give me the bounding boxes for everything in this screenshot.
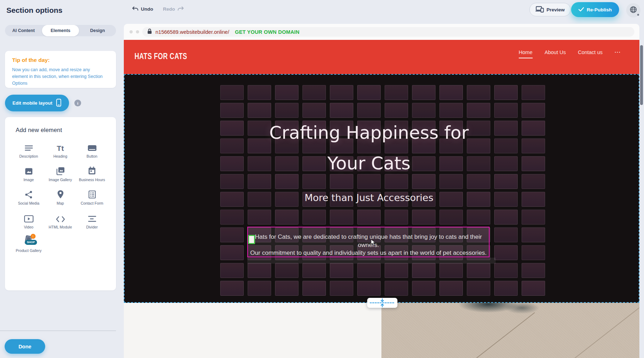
section-resize-handle[interactable] (367, 298, 397, 308)
done-button[interactable]: Done (5, 339, 45, 354)
add-element-image[interactable]: Image (13, 165, 44, 182)
add-element-contact-form[interactable]: Contact Form (76, 188, 108, 206)
add-element-html-module[interactable]: HTML Module (44, 212, 76, 230)
hero-tile (522, 281, 545, 296)
element-label: Button (86, 154, 97, 159)
hero-tile (302, 85, 326, 100)
hero-tile (220, 263, 244, 278)
tab-design[interactable]: Design (79, 25, 116, 36)
hero-tile (412, 103, 436, 118)
mouse-cursor-icon (371, 239, 376, 247)
hero-tile (522, 263, 545, 278)
browser-chrome-bar: n1566589.websitebuilder.online/ GET YOUR… (124, 24, 639, 40)
hero-heading-line2[interactable]: Your Cats (125, 153, 613, 174)
hero-tile (412, 263, 436, 278)
language-globe-button[interactable] (626, 3, 640, 17)
element-label: Contact Form (81, 201, 104, 206)
hero-tile (494, 245, 518, 260)
sidebar-tabs: AI Content Elements Design (5, 25, 116, 36)
hero-tile (248, 174, 271, 189)
element-grid: Description Tt Heading Button Ima (13, 141, 116, 253)
preview-button[interactable]: Preview (529, 3, 571, 16)
add-element-video[interactable]: Video (13, 212, 44, 230)
hero-heading-line1[interactable]: Crafting Happiness for (125, 122, 613, 143)
share-icon (25, 188, 33, 199)
site-header: HATS FOR CATS Home About Us Contact us ·… (124, 40, 639, 74)
hero-tile (275, 210, 299, 225)
hero-tile (522, 210, 545, 225)
page-scrollbar[interactable] (640, 45, 643, 105)
add-element-button[interactable]: Button (76, 141, 108, 159)
element-label: Divider (86, 225, 98, 230)
hero-tile (275, 281, 299, 296)
code-icon (56, 212, 65, 223)
nav-more-dots-icon[interactable]: ··· (615, 49, 621, 58)
add-element-business-hours[interactable]: Business Hours (76, 165, 108, 182)
tab-elements[interactable]: Elements (42, 25, 79, 36)
site-logo[interactable]: HATS FOR CATS (134, 52, 187, 61)
hero-tile (439, 85, 463, 100)
element-drag-handle[interactable] (248, 235, 255, 244)
section-options-sidebar: Section options AI Content Elements Desi… (0, 0, 121, 358)
hero-tile (248, 85, 271, 100)
hero-tile (275, 174, 299, 189)
hero-tile (330, 103, 353, 118)
contact-form-icon (88, 188, 96, 199)
hero-tile (494, 210, 518, 225)
hero-tile (439, 281, 463, 296)
hero-tile (357, 85, 381, 100)
undo-button[interactable]: Undo (132, 6, 153, 12)
hero-tile (220, 103, 244, 118)
hero-tile (385, 263, 408, 278)
floor-grout-line (476, 312, 535, 358)
hero-tile (248, 281, 271, 296)
info-icon[interactable]: i (74, 100, 81, 106)
get-domain-link[interactable]: GET YOUR OWN DOMAIN (235, 29, 300, 35)
hero-tile (494, 174, 518, 189)
address-bar[interactable]: n1566589.websitebuilder.online/ GET YOUR… (142, 27, 634, 37)
tip-body: Now you can add, move and resize any ele… (12, 67, 105, 86)
add-element-divider[interactable]: Divider (76, 212, 108, 230)
hero-tile (494, 263, 518, 278)
hero-section-selected[interactable]: Crafting Happiness for Your Cats More th… (124, 74, 639, 303)
redo-button[interactable]: Redo (163, 6, 184, 12)
site-nav: Home About Us Contact us ··· (519, 49, 621, 58)
element-label: Image Gallery (49, 177, 72, 182)
hero-tile (330, 263, 353, 278)
heading-icon: Tt (57, 141, 64, 152)
hero-description[interactable]: Hats for Cats, we are dedicated to craft… (247, 233, 490, 257)
element-label: Map (57, 201, 64, 206)
undo-label: Undo (141, 6, 153, 12)
hero-tile (522, 174, 545, 189)
republish-button[interactable]: Re-Publish (571, 2, 619, 17)
hero-tile (439, 174, 463, 189)
check-icon (578, 7, 584, 13)
add-element-heading[interactable]: Tt Heading (44, 141, 76, 159)
add-element-product-gallery[interactable]: ↑ SHOP Product Gallery (13, 236, 44, 253)
site-url[interactable]: n1566589.websitebuilder.online/ (155, 29, 229, 35)
sidebar-divider (0, 331, 116, 331)
nav-item-about-us[interactable]: About Us (545, 49, 566, 58)
element-label: Product Gallery (16, 248, 41, 253)
tab-ai-content[interactable]: AI Content (5, 25, 42, 36)
add-element-image-gallery[interactable]: Image Gallery (44, 165, 76, 182)
hero-tile (412, 174, 436, 189)
nav-item-home[interactable]: Home (519, 49, 533, 58)
nav-item-contact-us[interactable]: Contact us (578, 49, 602, 58)
video-icon (24, 212, 34, 223)
add-element-map[interactable]: Map (44, 188, 76, 206)
hero-tile (330, 85, 353, 100)
add-new-element-panel: Add new element Description Tt Heading (5, 117, 116, 290)
hero-tile (357, 103, 381, 118)
add-element-description[interactable]: Description (13, 141, 44, 159)
product-gallery-icon: ↑ SHOP (23, 236, 35, 246)
edit-mobile-layout-button[interactable]: Edit mobile layout (5, 95, 69, 111)
hero-tile (494, 227, 518, 242)
hero-subheading[interactable]: More than Just Accessories (125, 192, 613, 203)
image-gallery-icon (56, 165, 65, 175)
hero-tile (330, 210, 353, 225)
hero-tile (494, 85, 518, 100)
next-section[interactable] (124, 303, 639, 358)
add-element-social-media[interactable]: Social Media (13, 188, 44, 206)
hero-tile (385, 174, 408, 189)
